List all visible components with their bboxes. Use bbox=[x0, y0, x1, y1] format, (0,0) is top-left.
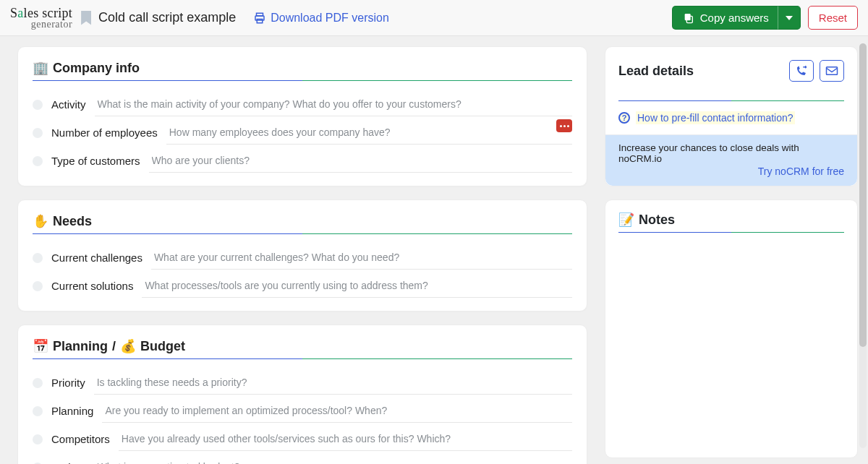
employees-input[interactable] bbox=[166, 121, 572, 145]
scrollbar-thumb[interactable] bbox=[859, 43, 867, 347]
right-column: Lead details ? How to pre-fill contact i… bbox=[605, 46, 858, 464]
section-title-planning: 📅 Planning / 💰 Budget bbox=[33, 338, 572, 359]
section-planning-budget: 📅 Planning / 💰 Budget Priority Planning … bbox=[17, 325, 587, 464]
bullet-icon bbox=[33, 406, 43, 416]
customer-type-input[interactable] bbox=[149, 149, 572, 173]
bullet-icon bbox=[33, 156, 43, 166]
planning-title-1: Planning bbox=[53, 339, 108, 354]
bullet-icon bbox=[33, 281, 43, 291]
field-label: Current solutions bbox=[51, 280, 133, 292]
field-activity: Activity bbox=[33, 88, 572, 116]
promo-banner: Increase your chances to close deals wit… bbox=[605, 134, 857, 186]
field-number-employees: Number of employees bbox=[33, 116, 572, 145]
caret-down-icon bbox=[786, 14, 793, 22]
page-title: Cold call script example bbox=[98, 10, 236, 25]
notes-card: 📝 Notes bbox=[605, 199, 858, 458]
field-label: Type of customers bbox=[51, 155, 140, 167]
copy-answers-button[interactable]: Copy answers bbox=[672, 6, 778, 30]
section-needs: ✋ Needs Current challenges Current solut… bbox=[17, 199, 587, 312]
field-competitors: Competitors bbox=[33, 423, 572, 451]
field-customer-type: Type of customers bbox=[33, 145, 572, 173]
main-layout: 🏢 Company info Activity Number of employ… bbox=[0, 36, 868, 464]
planning-title-2: Budget bbox=[140, 339, 185, 354]
solutions-input[interactable] bbox=[142, 274, 572, 298]
bullet-icon bbox=[33, 100, 43, 110]
priority-input[interactable] bbox=[94, 371, 572, 395]
activity-input[interactable] bbox=[95, 93, 572, 116]
memo-icon: 📝 bbox=[618, 212, 634, 228]
planning-title-sep: / bbox=[112, 339, 116, 354]
planning-input[interactable] bbox=[102, 399, 572, 423]
lead-title: Lead details bbox=[618, 64, 783, 79]
field-label: Planning bbox=[51, 405, 93, 417]
field-label: Priority bbox=[51, 377, 85, 389]
field-label: Budget bbox=[51, 461, 86, 464]
notes-title: 📝 Notes bbox=[618, 212, 844, 233]
section-title-needs-text: Needs bbox=[53, 214, 92, 229]
header-actions: Copy answers Reset bbox=[672, 6, 858, 30]
bullet-icon bbox=[33, 128, 43, 138]
phone-transfer-button[interactable] bbox=[789, 60, 814, 82]
calendar-icon: 📅 bbox=[33, 338, 48, 354]
field-planning: Planning bbox=[33, 395, 572, 423]
svg-rect-4 bbox=[684, 14, 690, 20]
building-icon: 🏢 bbox=[33, 60, 48, 76]
more-options-button[interactable] bbox=[556, 119, 572, 132]
bullet-icon bbox=[33, 378, 43, 388]
promo-cta-link[interactable]: Try noCRM for free bbox=[618, 166, 844, 177]
field-label: Current challenges bbox=[51, 252, 142, 264]
field-label: Number of employees bbox=[51, 126, 158, 139]
section-title-company-text: Company info bbox=[53, 61, 140, 76]
copy-answers-label: Copy answers bbox=[700, 12, 769, 24]
field-budget: Budget bbox=[33, 451, 572, 464]
download-pdf-label: Download PDF version bbox=[271, 12, 389, 25]
svg-rect-5 bbox=[827, 67, 838, 75]
question-icon: ? bbox=[618, 112, 630, 124]
lead-details-card: Lead details ? How to pre-fill contact i… bbox=[605, 46, 858, 186]
section-title-needs: ✋ Needs bbox=[33, 213, 572, 234]
app-header: Sales script generator Cold call script … bbox=[0, 0, 868, 36]
field-current-solutions: Current solutions bbox=[33, 270, 572, 298]
budget-input[interactable] bbox=[95, 455, 572, 464]
moneybag-icon: 💰 bbox=[120, 338, 136, 354]
bookmark-icon[interactable] bbox=[81, 11, 91, 25]
print-icon bbox=[253, 12, 266, 25]
left-column: 🏢 Company info Activity Number of employ… bbox=[17, 46, 587, 464]
logo-top: Sales script bbox=[10, 7, 72, 20]
prefill-help-link[interactable]: How to pre-fill contact information? bbox=[636, 111, 795, 124]
field-priority: Priority bbox=[33, 366, 572, 395]
field-label: Competitors bbox=[51, 433, 110, 445]
copy-answers-dropdown[interactable] bbox=[778, 6, 801, 30]
field-current-challenges: Current challenges bbox=[33, 241, 572, 270]
section-company-info: 🏢 Company info Activity Number of employ… bbox=[17, 46, 587, 186]
section-title-company: 🏢 Company info bbox=[33, 60, 572, 81]
vertical-scrollbar[interactable] bbox=[859, 43, 867, 448]
promo-text: Increase your chances to close deals wit… bbox=[618, 142, 844, 164]
field-label: Activity bbox=[51, 98, 86, 111]
download-pdf-link[interactable]: Download PDF version bbox=[253, 12, 389, 25]
notes-title-text: Notes bbox=[639, 212, 675, 228]
phone-transfer-icon bbox=[795, 65, 808, 77]
challenges-input[interactable] bbox=[151, 246, 572, 270]
hand-icon: ✋ bbox=[33, 213, 48, 229]
logo: Sales script generator bbox=[10, 7, 72, 30]
bullet-icon bbox=[33, 434, 43, 444]
competitors-input[interactable] bbox=[119, 427, 572, 451]
reset-button[interactable]: Reset bbox=[808, 6, 858, 30]
copy-icon bbox=[683, 12, 694, 24]
email-button[interactable] bbox=[820, 60, 844, 82]
logo-bottom: generator bbox=[10, 20, 72, 30]
envelope-icon bbox=[825, 66, 838, 76]
bullet-icon bbox=[33, 253, 43, 263]
lead-header: Lead details bbox=[618, 60, 844, 101]
prefill-help-row: ? How to pre-fill contact information? bbox=[618, 101, 844, 134]
copy-answers-group: Copy answers bbox=[672, 6, 801, 30]
